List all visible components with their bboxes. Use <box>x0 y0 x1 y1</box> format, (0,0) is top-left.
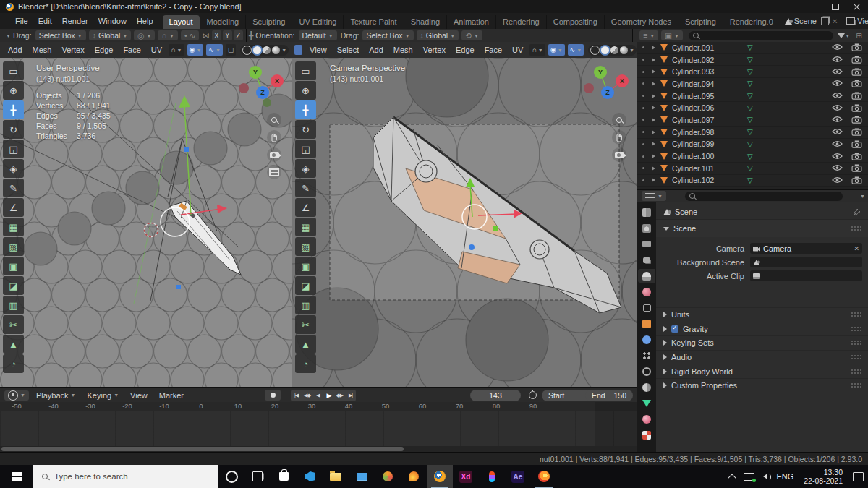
outliner-row[interactable]: Cylinder.096 ▽ <box>637 102 868 114</box>
properties-tab[interactable] <box>638 380 655 394</box>
outliner-row[interactable]: Cylinder.098 ▽ <box>637 127 868 139</box>
hide-eye-icon[interactable] <box>832 140 843 147</box>
pivot-dropdown[interactable]: ◎▼ <box>134 30 155 40</box>
proportional-edit-icon[interactable]: ◉▼ <box>187 44 204 56</box>
play-reverse-button[interactable]: ◀ <box>312 393 323 398</box>
overlays-icon[interactable]: ▢ <box>226 44 237 56</box>
expand-arrow-icon[interactable] <box>652 154 655 158</box>
properties-tab[interactable] <box>638 333 655 346</box>
snap-toggle[interactable]: ∩▼ <box>158 30 177 40</box>
checkbox-checked-icon[interactable] <box>671 325 678 333</box>
previous-keyframe-button[interactable]: ◀◆ <box>302 393 312 398</box>
hide-eye-icon[interactable] <box>832 92 843 99</box>
outliner-row[interactable]: Cylinder.093 ▽ <box>637 66 868 78</box>
drag-handle[interactable] <box>851 382 861 388</box>
orientation-dropdown-right[interactable]: Default▼ <box>299 30 337 40</box>
workspace-tab[interactable]: Shading <box>404 15 447 29</box>
wireframe-shading-icon[interactable] <box>242 46 252 55</box>
outliner-row[interactable]: Cylinder.101 ▽ <box>637 163 868 175</box>
proportional-edit-toggle[interactable]: •∿ <box>181 30 200 40</box>
properties-tab[interactable] <box>638 269 655 283</box>
outliner-row[interactable]: Cylinder.097 ▽ <box>637 114 868 127</box>
taskbar-app-icon[interactable] <box>244 465 271 488</box>
options-chevron-icon[interactable]: ▼ <box>860 194 865 199</box>
tool-button[interactable]: ✂ <box>3 315 24 334</box>
hide-eye-icon[interactable] <box>832 153 843 160</box>
properties-panel-header[interactable]: Units <box>656 307 868 322</box>
tool-button[interactable]: ◔ <box>3 354 24 373</box>
workspace-tab[interactable]: Sculpting <box>246 15 292 29</box>
select-mode-dropdown[interactable]: Select Box▼ <box>35 30 86 40</box>
outliner-row[interactable]: Cylinder.095 ▽ <box>637 90 868 103</box>
viewport-menu[interactable]: Add <box>3 46 27 54</box>
viewport-menu[interactable]: UV <box>146 46 167 54</box>
camera-view-icon[interactable] <box>267 147 281 162</box>
snap-dropdown-right[interactable]: ⟲▼ <box>461 30 482 40</box>
properties-editor-icon[interactable]: ▼ <box>642 191 666 201</box>
jump-to-start-button[interactable]: |◀ <box>291 393 302 398</box>
start-button[interactable] <box>0 465 33 488</box>
timeline-scrollbar[interactable] <box>0 446 637 452</box>
drag-handle[interactable] <box>851 226 861 231</box>
editor-type-icon[interactable] <box>294 45 302 55</box>
expand-arrow-icon[interactable] <box>652 130 655 134</box>
end-frame-field[interactable]: End150 <box>585 390 633 401</box>
viewport-menu[interactable]: UV <box>507 46 528 54</box>
tool-button[interactable]: ✎ <box>295 179 316 197</box>
outliner-row[interactable]: Cylinder.102 ▽ <box>637 175 868 187</box>
properties-tab[interactable] <box>638 221 655 235</box>
menu-item[interactable]: Render <box>57 17 93 25</box>
viewport-menu[interactable]: Select <box>332 46 365 54</box>
tool-button[interactable]: ◱ <box>3 140 24 158</box>
taskbar-app-icon[interactable] <box>401 465 427 488</box>
disable-render-icon[interactable] <box>851 116 862 124</box>
taskbar-app-icon[interactable]: Xd <box>453 465 479 488</box>
select-mode-dropdown-right[interactable]: Select Box▼ <box>362 30 413 40</box>
close-button[interactable] <box>846 0 868 13</box>
viewport-menu[interactable]: Vertex <box>56 46 89 54</box>
expand-arrow-icon[interactable] <box>652 106 655 110</box>
tool-button[interactable]: ◪ <box>295 276 316 295</box>
mirror-axis-button[interactable]: Z <box>234 30 243 40</box>
tool-button[interactable]: ⊕ <box>295 81 316 100</box>
tool-button[interactable]: ⊕ <box>3 81 24 100</box>
drag-handle[interactable] <box>851 354 861 360</box>
tool-button[interactable]: ▦ <box>295 218 316 236</box>
viewport-menu[interactable]: Mesh <box>388 46 418 54</box>
tool-button[interactable]: ✂ <box>295 315 316 334</box>
tool-button[interactable]: ▣ <box>3 257 24 275</box>
axis-gizmo[interactable]: Y X Z <box>583 61 629 107</box>
tool-button[interactable]: ▥ <box>295 296 316 314</box>
tool-button[interactable]: ✎ <box>3 179 24 197</box>
timeline-track[interactable] <box>0 411 637 446</box>
snap-magnet-icon[interactable]: ∩▼ <box>529 44 545 56</box>
tool-button[interactable]: ↻ <box>3 120 24 139</box>
scene-panel-header[interactable]: Scene <box>656 219 868 237</box>
view-layer-selector[interactable]: View Layer ✕ <box>842 17 868 25</box>
current-frame-field[interactable]: 143 <box>470 390 521 401</box>
hide-eye-icon[interactable] <box>832 43 843 51</box>
pan-hand-icon[interactable] <box>267 130 281 145</box>
viewport-menu[interactable]: Vertex <box>418 46 451 54</box>
workspace-tab[interactable]: UV Editing <box>292 15 344 29</box>
clear-x-icon[interactable]: ✕ <box>854 245 859 252</box>
tool-button[interactable]: ◱ <box>295 140 316 158</box>
menu-item[interactable]: Help <box>132 17 158 25</box>
outliner-filter-icon[interactable]: ▣▼ <box>661 30 683 40</box>
hide-eye-icon[interactable] <box>832 104 843 111</box>
falloff-icon[interactable]: ∿▼ <box>206 44 222 56</box>
scrollbar-thumb[interactable] <box>1 447 404 451</box>
expand-arrow-icon[interactable] <box>652 142 655 146</box>
hide-eye-icon[interactable] <box>832 176 843 184</box>
tool-button[interactable]: ▲ <box>3 335 24 354</box>
network-icon[interactable] <box>739 465 759 488</box>
tool-button[interactable]: ∠ <box>295 198 316 217</box>
tool-button[interactable]: ▣ <box>295 257 316 275</box>
unlink-scene-icon[interactable]: ✕ <box>832 17 838 25</box>
mirror-axis-button[interactable]: X <box>212 30 221 40</box>
workspace-tab[interactable]: Scripting <box>678 15 723 29</box>
disable-render-icon[interactable] <box>851 153 862 160</box>
taskbar-app-icon[interactable] <box>375 465 401 488</box>
properties-panel-header[interactable]: Custom Properties <box>656 378 868 393</box>
properties-tab[interactable] <box>638 364 655 378</box>
